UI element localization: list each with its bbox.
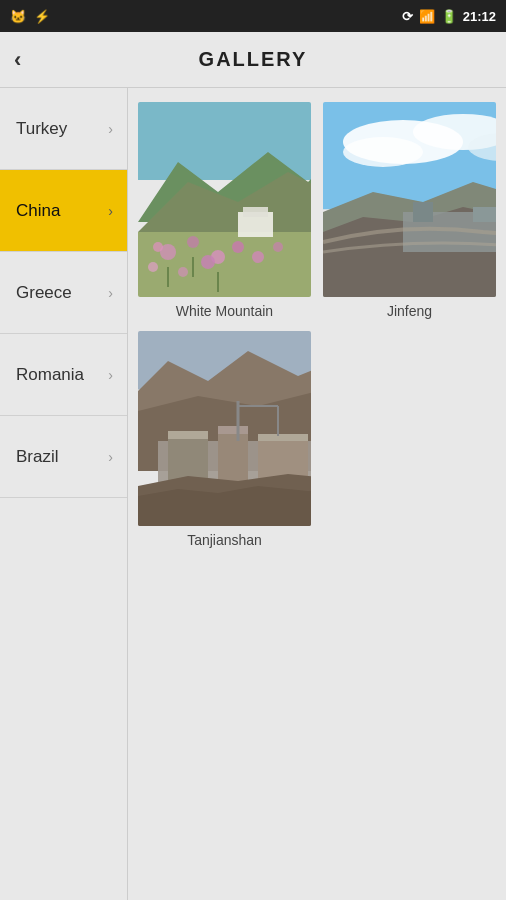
status-time: 21:12: [463, 9, 496, 24]
gallery-image-jinfeng: [323, 102, 496, 297]
sidebar-item-brazil[interactable]: Brazil ›: [0, 416, 127, 498]
gallery-image-white-mountain: [138, 102, 311, 297]
gallery-image-tanjianshan: [138, 331, 311, 526]
status-right: ⟳ 📶 🔋 21:12: [402, 9, 496, 24]
svg-rect-27: [413, 202, 433, 222]
svg-point-13: [273, 242, 283, 252]
gallery-grid: White Mountain: [138, 102, 496, 548]
chevron-right-icon: ›: [108, 285, 113, 301]
battery-icon: 🔋: [441, 9, 457, 24]
svg-point-7: [148, 262, 158, 272]
svg-point-11: [153, 242, 163, 252]
sidebar: Turkey › China › Greece › Romania › Braz…: [0, 88, 128, 900]
gallery-caption-white-mountain: White Mountain: [176, 303, 273, 319]
svg-rect-40: [258, 434, 308, 441]
usb-icon: ⚡: [34, 9, 50, 24]
gallery-item-tanjianshan[interactable]: Tanjianshan: [138, 331, 311, 548]
rotate-icon: ⟳: [402, 9, 413, 24]
gallery-caption-tanjianshan: Tanjianshan: [187, 532, 262, 548]
svg-rect-3: [138, 232, 311, 297]
svg-marker-45: [138, 486, 311, 526]
gallery-content: White Mountain: [128, 88, 506, 900]
status-left: 🐱 ⚡: [10, 9, 50, 24]
chevron-right-icon: ›: [108, 203, 113, 219]
chevron-right-icon: ›: [108, 367, 113, 383]
svg-rect-39: [218, 426, 248, 434]
main-layout: Turkey › China › Greece › Romania › Braz…: [0, 88, 506, 900]
svg-rect-28: [473, 207, 496, 222]
chevron-right-icon: ›: [108, 449, 113, 465]
gallery-item-jinfeng[interactable]: Jinfeng: [323, 102, 496, 319]
sidebar-item-romania[interactable]: Romania ›: [0, 334, 127, 416]
back-button[interactable]: ‹: [14, 47, 21, 73]
sidebar-item-turkey[interactable]: Turkey ›: [0, 88, 127, 170]
gallery-caption-jinfeng: Jinfeng: [387, 303, 432, 319]
status-bar: 🐱 ⚡ ⟳ 📶 🔋 21:12: [0, 0, 506, 32]
gallery-item-white-mountain[interactable]: White Mountain: [138, 102, 311, 319]
cat-icon: 🐱: [10, 9, 26, 24]
svg-rect-15: [243, 207, 268, 217]
svg-point-5: [187, 236, 199, 248]
svg-rect-38: [168, 431, 208, 439]
sidebar-item-china[interactable]: China ›: [0, 170, 127, 252]
sidebar-item-greece[interactable]: Greece ›: [0, 252, 127, 334]
wifi-icon: 📶: [419, 9, 435, 24]
svg-point-12: [252, 251, 264, 263]
svg-point-8: [232, 241, 244, 253]
svg-point-9: [178, 267, 188, 277]
page-title: GALLERY: [199, 48, 308, 71]
svg-point-10: [201, 255, 215, 269]
svg-point-22: [343, 137, 423, 167]
svg-rect-34: [218, 431, 248, 486]
chevron-right-icon: ›: [108, 121, 113, 137]
header: ‹ GALLERY: [0, 32, 506, 88]
